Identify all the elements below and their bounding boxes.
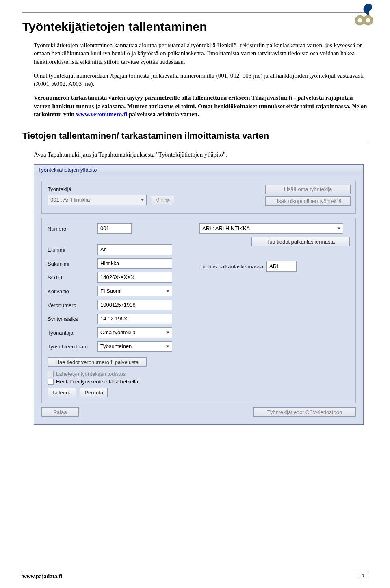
etunimi-field[interactable]: Ari <box>98 244 172 255</box>
subheading: Tietojen tallentaminen/ tarkastaminen il… <box>22 131 368 143</box>
tunnus-field[interactable]: ARI <box>266 261 297 272</box>
intro-paragraph-3: Veronumeron tarkastamista varten täytyy … <box>34 94 368 118</box>
add-external-employee-button[interactable]: Lisää ulkopuolinen työntekijä <box>265 196 351 206</box>
syntymaaika-field[interactable]: 14.02.196X <box>98 314 172 324</box>
page-title: Työntekijätietojen tallentaminen <box>22 20 368 34</box>
syntymaaika-label: Syntymäaika <box>48 316 94 322</box>
numero-field[interactable]: 001 <box>98 223 132 234</box>
subheading-text: Avaa Tapahtumakirjaus ja Tapahtumakirjau… <box>34 150 368 159</box>
add-own-employee-button[interactable]: Lisää oma työntekijä <box>265 185 351 194</box>
muuta-button[interactable]: Muuta <box>151 196 174 205</box>
employee-select[interactable]: 001 : Ari Hintikka <box>48 195 147 205</box>
veronumero-label: Veronumero <box>48 302 94 308</box>
footer-page-number: - 12 - <box>355 573 368 580</box>
veronumero-field[interactable]: 100012571998 <box>98 300 172 310</box>
tyosuhteen-laatu-label: Työsuhteen laatu <box>48 344 94 350</box>
intro-paragraph-1: Työntekijätietojen tallentaminen kannatt… <box>34 41 368 66</box>
tunnus-label: Tunnus palkanlaskennassa <box>199 264 263 270</box>
etunimi-label: Etunimi <box>48 247 94 253</box>
employee-select-group: Työntekijä 001 : Ari Hintikka Muuta Lisä… <box>41 181 356 214</box>
veronumero-link[interactable]: www.veronumero.fi <box>76 111 127 118</box>
svg-point-1 <box>356 17 364 24</box>
tyosuhteen-laatu-select[interactable]: Työsuhteinen <box>98 341 172 352</box>
svg-point-2 <box>364 17 372 24</box>
sukunimi-label: Sukunimi <box>48 261 94 267</box>
ei-tyoskentele-checkbox[interactable] <box>48 379 54 385</box>
peruuta-button[interactable]: Peruuta <box>80 388 108 397</box>
palaa-button[interactable]: Palaa <box>41 407 79 417</box>
ei-tyoskentele-checkbox-label: Henkilö ei työskentele tällä hetkellä <box>56 379 138 385</box>
employee-details-group: Numero 001 Etunimi Ari Sukunimi Hintikka… <box>41 218 356 403</box>
tyonantaja-select[interactable]: Oma työntekijä <box>98 327 172 338</box>
footer-url: www.pajadata.fi <box>22 573 62 580</box>
sotu-field[interactable]: 14026X-XXXX <box>98 272 172 283</box>
sotu-label: SOTU <box>48 274 94 281</box>
numero-label: Numero <box>48 226 94 232</box>
intro-paragraph-3b: palvelussa asiointia varten. <box>127 111 199 118</box>
logo <box>354 3 374 28</box>
kotivaltio-select[interactable]: FI Suomi <box>98 286 172 296</box>
hae-tiedot-button[interactable]: Hae tiedot veronumero.fi palvelusta <box>48 357 147 367</box>
app-window: Työntekijätietojen ylläpito Työntekijä 0… <box>34 164 364 425</box>
tuo-tiedot-button[interactable]: Tuo tiedot palkanlaskennasta <box>251 237 350 246</box>
header-rule <box>22 12 368 13</box>
person-select[interactable]: ARI : ARI HINTIKKA <box>199 223 343 234</box>
sukunimi-field[interactable]: Hintikka <box>98 258 172 269</box>
tyonantaja-label: Työnantaja <box>48 330 94 336</box>
csv-export-button[interactable]: Työntekijätiedot CSV-tiedostoon <box>254 407 356 417</box>
intro-paragraph-2: Omat työntekijät numeroidaan Xpajan toim… <box>34 72 368 88</box>
todistus-checkbox <box>48 371 54 377</box>
tallenna-button[interactable]: Tallenna <box>48 388 76 397</box>
window-title: Työntekijätietojen ylläpito <box>34 165 363 175</box>
todistus-checkbox-label: Lähetetyn työntekijän todistus <box>56 371 126 377</box>
kotivaltio-label: Kotivaltio <box>48 288 94 294</box>
